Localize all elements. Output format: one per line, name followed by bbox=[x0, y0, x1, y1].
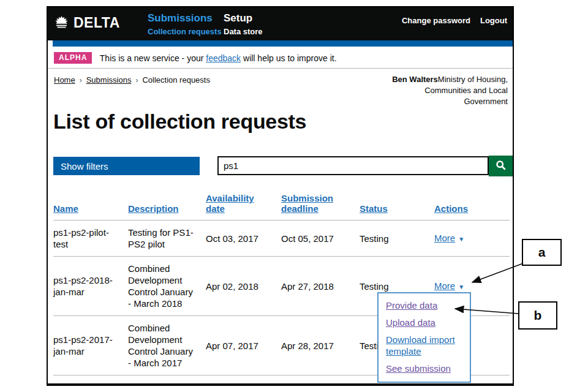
cell-submission-deadline: Apr 28, 2017 bbox=[281, 316, 360, 375]
phase-text-before: This is a new service - your bbox=[100, 53, 206, 63]
sort-name[interactable]: Name bbox=[53, 203, 78, 214]
nav-collection-requests[interactable]: Collection requests bbox=[148, 27, 222, 36]
more-actions-link[interactable]: More bbox=[434, 233, 455, 243]
breadcrumb-current: Collection requests bbox=[142, 75, 210, 85]
annotation-a: a bbox=[522, 239, 562, 266]
cell-availability-date: Oct 03, 2017 bbox=[206, 221, 281, 257]
app-header: DELTA Submissions Collection requests Se… bbox=[48, 7, 513, 40]
search-button[interactable] bbox=[489, 156, 513, 176]
feedback-link[interactable]: feedback bbox=[206, 53, 241, 63]
nav-submissions[interactable]: Submissions bbox=[148, 12, 222, 25]
cell-description: Testing for PS1-PS2 pilot bbox=[128, 221, 206, 257]
brand-name: DELTA bbox=[74, 15, 120, 31]
menu-item-provide-data[interactable]: Provide data bbox=[386, 300, 462, 311]
cell-description: Combined Development Control January - M… bbox=[128, 257, 206, 316]
logout-link[interactable]: Logout bbox=[480, 16, 507, 25]
user-info: Ben WaltersMinistry of Housing, Communit… bbox=[380, 74, 508, 99]
chevron-down-icon[interactable]: ▼ bbox=[458, 236, 464, 243]
change-password-link[interactable]: Change password bbox=[402, 16, 470, 25]
breadcrumb-separator: › bbox=[80, 76, 82, 85]
phase-banner: ALPHA This is a new service - your feedb… bbox=[48, 47, 513, 69]
cell-name: ps1-ps2-pilot-test bbox=[53, 221, 128, 257]
filter-toolbar: Show filters bbox=[53, 156, 513, 177]
cell-name: ps1-ps2-2018-jan-mar bbox=[53, 257, 128, 316]
phase-text-after: will help us to improve it. bbox=[241, 53, 336, 63]
crown-icon bbox=[54, 16, 69, 31]
breadcrumb-row: Home›Submissions›Collection requests Ben… bbox=[48, 69, 513, 99]
magnifier-icon bbox=[496, 160, 507, 173]
nav-setup[interactable]: Setup bbox=[224, 12, 263, 25]
column-actions[interactable]: Actions bbox=[434, 203, 468, 214]
annotation-b: b bbox=[518, 301, 557, 330]
alpha-badge: ALPHA bbox=[54, 52, 92, 64]
cell-status: Testing bbox=[360, 221, 434, 257]
breadcrumb-submissions[interactable]: Submissions bbox=[86, 75, 132, 85]
account-links: Change password Logout bbox=[402, 16, 507, 25]
search-input[interactable] bbox=[217, 156, 489, 175]
annotation-a-label: a bbox=[538, 245, 546, 260]
page-frame: DELTA Submissions Collection requests Se… bbox=[47, 6, 514, 386]
brand-home-link[interactable]: DELTA bbox=[54, 15, 120, 31]
user-name: Ben Walters bbox=[392, 75, 438, 84]
sort-description[interactable]: Description bbox=[128, 203, 179, 214]
cell-name: ps1-ps2-2017-jan-mar bbox=[53, 316, 128, 375]
menu-item-upload-data[interactable]: Upload data bbox=[386, 317, 462, 328]
actions-dropdown-menu: Provide data Upload data Download import… bbox=[377, 292, 471, 383]
sort-availability-date[interactable]: Availability date bbox=[206, 193, 254, 214]
table-header-row: Name Description Availability date Submi… bbox=[53, 193, 510, 221]
menu-item-see-submission[interactable]: See submission bbox=[386, 363, 462, 374]
nav-data-store[interactable]: Data store bbox=[224, 27, 263, 36]
nav-column-setup: Setup Data store bbox=[224, 12, 263, 36]
cell-availability-date: Apr 07, 2017 bbox=[206, 316, 281, 375]
more-actions-link-open[interactable]: More bbox=[434, 281, 455, 291]
cell-description: Combined Development Control January - M… bbox=[128, 316, 206, 375]
table-row: ps1-ps2-pilot-test Testing for PS1-PS2 p… bbox=[53, 221, 510, 257]
screenshot-canvas: DELTA Submissions Collection requests Se… bbox=[0, 0, 588, 392]
sort-submission-deadline[interactable]: Submission deadline bbox=[281, 193, 333, 214]
cell-availability-date: Apr 02, 2018 bbox=[206, 257, 281, 316]
menu-item-download-import-template[interactable]: Download import template bbox=[386, 334, 462, 357]
breadcrumb-home[interactable]: Home bbox=[54, 75, 75, 85]
chevron-down-icon[interactable]: ▼ bbox=[458, 284, 464, 290]
phase-banner-text: This is a new service - your feedback wi… bbox=[100, 53, 337, 63]
breadcrumb: Home›Submissions›Collection requests bbox=[54, 74, 210, 99]
nav-column-submissions: Submissions Collection requests bbox=[148, 12, 222, 36]
breadcrumb-separator: › bbox=[135, 76, 138, 85]
sort-status[interactable]: Status bbox=[360, 203, 388, 214]
cell-submission-deadline: Apr 27, 2018 bbox=[281, 257, 360, 316]
header-accent-bar bbox=[53, 40, 513, 47]
page-title: List of collection requests bbox=[53, 109, 513, 134]
show-filters-button[interactable]: Show filters bbox=[53, 157, 200, 175]
cell-submission-deadline: Oct 05, 2017 bbox=[281, 221, 360, 257]
annotation-b-label: b bbox=[534, 308, 542, 323]
